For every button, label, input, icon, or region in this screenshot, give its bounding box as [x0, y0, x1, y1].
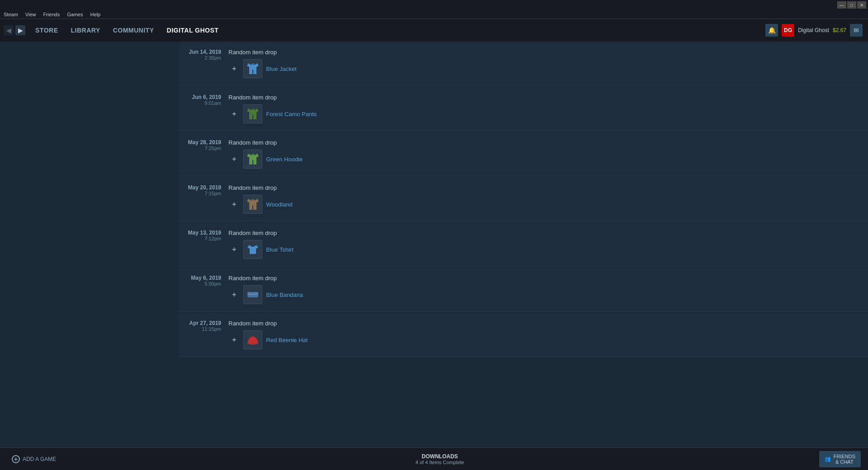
drop-item-row: + Blue Bandana [228, 285, 868, 304]
drop-type-label: Random item drop [228, 230, 868, 236]
drop-entry: May 13, 20197:12pmRandom item drop+ Blue… [179, 222, 868, 267]
drop-date: May 20, 2019 [186, 184, 221, 191]
drop-date-col: Jun 14, 20192:30pm [179, 49, 228, 61]
nav-user-area: 🔔 DG Digital Ghost $2.67 ✉ [765, 24, 868, 37]
drop-content: Random item drop+ Green Hoodie [228, 139, 868, 169]
drop-type-label: Random item drop [228, 184, 868, 191]
drop-time: 11:15pm [186, 326, 221, 332]
drop-time: 9:01am [186, 100, 221, 106]
drop-plus-icon: + [228, 65, 240, 73]
drop-time: 7:15pm [186, 191, 221, 196]
drop-entry: May 6, 20195:00pmRandom item drop+ Blue … [179, 268, 868, 312]
nav-notification-btn[interactable]: 🔔 [765, 24, 778, 37]
drop-plus-icon: + [228, 245, 240, 254]
drop-date-col: May 20, 20197:15pm [179, 184, 228, 196]
drop-content: Random item drop+ Blue Jacket [228, 49, 868, 78]
drop-date: May 13, 2019 [186, 230, 221, 236]
add-game-label: ADD A GAME [23, 456, 56, 462]
item-name[interactable]: Blue Tshirt [266, 246, 293, 253]
nav-back-forward: ◀ ▶ [4, 25, 25, 35]
drop-item-row: + Blue Jacket [228, 59, 868, 78]
drop-content: Random item drop+ Woodland [228, 184, 868, 214]
downloads-subtitle: 4 of 4 Items Complete [416, 460, 465, 465]
drop-entry: May 20, 20197:15pmRandom item drop+ Wood… [179, 177, 868, 221]
drop-time: 2:30pm [186, 55, 221, 61]
item-name[interactable]: Blue Bandana [266, 291, 303, 298]
user-avatar: DG [782, 24, 794, 37]
drop-item-row: + Forest Camo Pants [228, 104, 868, 123]
user-balance: $2.67 [833, 27, 846, 33]
drop-plus-icon: + [228, 110, 240, 118]
drop-entry: Jun 14, 20192:30pmRandom item drop+ Blue… [179, 42, 868, 86]
svg-rect-2 [247, 342, 258, 343]
drop-type-label: Random item drop [228, 49, 868, 56]
item-thumbnail [243, 195, 262, 214]
downloads-info: DOWNLOADS 4 of 4 Items Complete [416, 453, 465, 465]
nav-user-profile[interactable]: DIGITAL GHOST [161, 19, 225, 42]
nav-community[interactable]: COMMUNITY [107, 19, 161, 42]
nav-store[interactable]: STORE [29, 19, 64, 42]
user-name[interactable]: Digital Ghost [798, 27, 829, 33]
menu-steam[interactable]: Steam [4, 12, 18, 17]
drop-plus-icon: + [228, 336, 240, 344]
minimize-button[interactable]: — [837, 1, 846, 9]
add-game-icon: + [12, 455, 20, 463]
drop-plus-icon: + [228, 200, 240, 208]
item-name[interactable]: Red Beenie Hat [266, 337, 308, 343]
friends-label: FRIENDS & CHAT [834, 454, 855, 465]
drop-date-col: May 13, 20197:12pm [179, 230, 228, 241]
friends-chat-button[interactable]: 👥 FRIENDS & CHAT [819, 451, 861, 467]
drop-date: Jun 14, 2019 [186, 49, 221, 55]
drop-date-col: May 6, 20195:00pm [179, 275, 228, 287]
drop-content: Random item drop+ Forest Camo Pants [228, 94, 868, 123]
forward-button[interactable]: ▶ [15, 25, 25, 35]
bottom-bar: + ADD A GAME DOWNLOADS 4 of 4 Items Comp… [0, 447, 868, 470]
drop-date: May 28, 2019 [186, 139, 221, 146]
menu-help[interactable]: Help [90, 12, 101, 17]
nav-library[interactable]: LIBRARY [64, 19, 106, 42]
main-layout: Jun 14, 20192:30pmRandom item drop+ Blue… [0, 42, 868, 447]
drop-item-row: + Green Hoodie [228, 150, 868, 169]
drop-item-row: + Blue Tshirt [228, 240, 868, 259]
drop-date-col: Apr 27, 201911:15pm [179, 320, 228, 332]
drop-entry: May 28, 20197:25pmRandom item drop+ Gree… [179, 132, 868, 176]
close-button[interactable]: ✕ [857, 1, 866, 9]
drop-item-row: + Red Beenie Hat [228, 330, 868, 349]
back-button[interactable]: ◀ [4, 25, 14, 35]
item-name[interactable]: Blue Jacket [266, 66, 296, 72]
drop-content: Random item drop+ Blue Bandana [228, 275, 868, 304]
drop-time: 7:25pm [186, 146, 221, 151]
drop-date: May 6, 2019 [186, 275, 221, 281]
drop-date: Jun 6, 2019 [186, 94, 221, 100]
nav-chat-btn[interactable]: ✉ [850, 24, 863, 37]
content-area[interactable]: Jun 14, 20192:30pmRandom item drop+ Blue… [179, 42, 868, 447]
item-name[interactable]: Forest Camo Pants [266, 111, 317, 118]
item-thumbnail [243, 59, 262, 78]
item-name[interactable]: Green Hoodie [266, 156, 303, 163]
menu-bar: Steam View Friends Games Help [0, 10, 868, 19]
maximize-button[interactable]: □ [847, 1, 856, 9]
downloads-title: DOWNLOADS [416, 453, 465, 460]
left-sidebar [0, 42, 179, 447]
drop-item-row: + Woodland [228, 195, 868, 214]
drop-type-label: Random item drop [228, 94, 868, 101]
drop-time: 7:12pm [186, 236, 221, 241]
item-name[interactable]: Woodland [266, 201, 292, 208]
menu-view[interactable]: View [25, 12, 36, 17]
drop-date-col: May 28, 20197:25pm [179, 139, 228, 151]
drop-date-col: Jun 6, 20199:01am [179, 94, 228, 106]
drop-content: Random item drop+ Red Beenie Hat [228, 320, 868, 349]
friends-icon: 👥 [825, 456, 831, 462]
menu-games[interactable]: Games [67, 12, 83, 17]
drop-content: Random item drop+ Blue Tshirt [228, 230, 868, 259]
drop-plus-icon: + [228, 155, 240, 163]
item-thumbnail [243, 330, 262, 349]
item-thumbnail [243, 285, 262, 304]
menu-friends[interactable]: Friends [43, 12, 60, 17]
drop-entry: Apr 27, 201911:15pmRandom item drop+ Red… [179, 313, 868, 357]
title-bar: — □ ✕ [0, 0, 868, 10]
add-game-button[interactable]: + ADD A GAME [7, 452, 61, 466]
item-thumbnail [243, 150, 262, 169]
drop-type-label: Random item drop [228, 275, 868, 282]
drop-time: 5:00pm [186, 281, 221, 287]
